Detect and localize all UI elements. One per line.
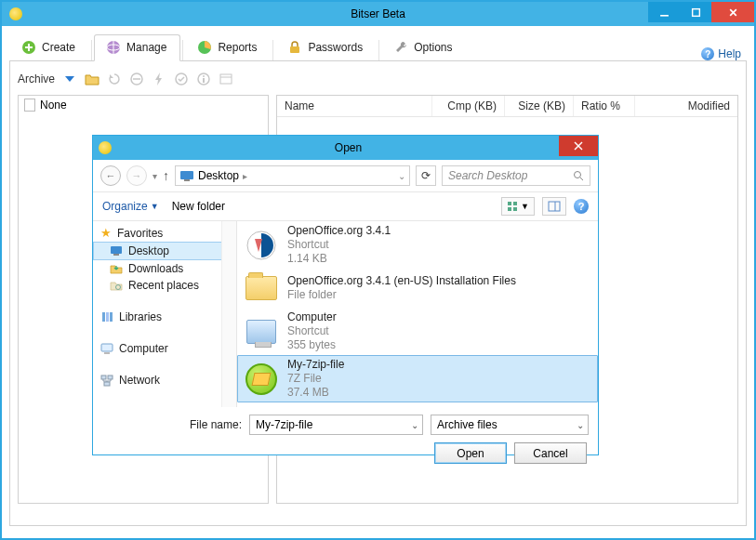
scrollbar[interactable] <box>221 221 236 407</box>
check-icon[interactable] <box>174 72 189 86</box>
item-type: Shortcut <box>287 238 391 252</box>
dropdown-icon[interactable] <box>62 72 77 86</box>
svg-rect-36 <box>106 312 109 322</box>
tab-reports[interactable]: Reports <box>185 34 271 61</box>
reload-icon[interactable] <box>107 72 122 86</box>
list-item[interactable]: OpenOffice.org 3.4.1Shortcut1.14 KB <box>237 221 598 269</box>
nav-network[interactable]: Network <box>93 372 236 389</box>
nav-computer[interactable]: Computer <box>93 340 236 357</box>
svg-rect-11 <box>290 46 299 53</box>
open-dialog: Open ← → ▾ ↑ Desktop ▸ ⌄ ⟳ Search Deskto… <box>92 135 599 455</box>
up-button[interactable]: ↑ <box>163 168 169 183</box>
svg-rect-41 <box>108 375 113 379</box>
tree-root-label: None <box>40 99 67 112</box>
column-headers[interactable]: Name Cmp (KB) Size (KB) Ratio % Modified <box>277 96 737 117</box>
tab-label: Passwords <box>308 41 363 54</box>
desktop-icon <box>179 169 194 182</box>
globe-icon <box>106 40 121 55</box>
item-name: OpenOffice.org 3.4.1 (en-US) Installatio… <box>287 274 516 288</box>
svg-rect-1 <box>692 8 699 16</box>
nav-pane[interactable]: ★Favorites Desktop Downloads Recent plac… <box>93 221 237 407</box>
info-icon[interactable] <box>196 72 211 86</box>
nav-downloads[interactable]: Downloads <box>93 260 236 277</box>
chevron-right-icon[interactable]: ▸ <box>243 171 247 181</box>
tab-bar: Create Manage Reports Passwords Options <box>9 32 747 61</box>
desktop-icon <box>110 245 123 257</box>
filter-select[interactable]: Archive files⌄ <box>431 415 589 435</box>
cancel-button[interactable]: Cancel <box>514 442 587 464</box>
computer-icon <box>100 343 113 355</box>
item-size: 37.4 MB <box>287 386 344 400</box>
stop-icon[interactable] <box>129 72 144 86</box>
svg-rect-28 <box>508 207 511 211</box>
list-item-selected[interactable]: My-7zip-file7Z File37.4 MB <box>237 355 598 402</box>
breadcrumb-segment[interactable]: Desktop <box>198 169 239 182</box>
window-icon[interactable] <box>219 72 233 86</box>
search-icon <box>573 170 584 181</box>
dialog-title: Open <box>99 141 598 154</box>
dialog-help-icon[interactable]: ? <box>574 199 589 214</box>
nav-desktop[interactable]: Desktop <box>93 242 236 260</box>
item-name: My-7zip-file <box>287 358 344 372</box>
svg-rect-38 <box>101 344 113 351</box>
svg-rect-17 <box>203 78 205 83</box>
tab-passwords[interactable]: Passwords <box>275 34 377 61</box>
nav-recent[interactable]: Recent places <box>93 277 236 294</box>
help-link[interactable]: ? Help <box>701 47 747 60</box>
view-mode-button[interactable]: ▼ <box>501 197 535 216</box>
network-icon <box>100 375 113 387</box>
svg-rect-18 <box>220 74 232 84</box>
computer-icon <box>245 315 278 349</box>
col-size[interactable]: Size (KB) <box>505 96 574 116</box>
close-button[interactable] <box>711 2 754 22</box>
folder-icon <box>245 271 278 305</box>
svg-rect-32 <box>111 246 122 254</box>
col-cmp[interactable]: Cmp (KB) <box>432 96 505 116</box>
dialog-close-button[interactable] <box>559 136 598 156</box>
col-ratio[interactable]: Ratio % <box>574 96 635 116</box>
tab-options[interactable]: Options <box>381 34 466 61</box>
list-item[interactable]: ComputerShortcut355 bytes <box>237 308 598 355</box>
flash-icon[interactable] <box>152 72 166 86</box>
svg-rect-40 <box>101 375 106 379</box>
breadcrumb-dropdown[interactable]: ⌄ <box>398 171 405 181</box>
nav-libraries[interactable]: Libraries <box>93 309 236 325</box>
refresh-button[interactable]: ⟳ <box>416 165 436 186</box>
open-folder-icon[interactable] <box>85 72 99 86</box>
svg-rect-26 <box>508 202 511 205</box>
search-input[interactable]: Search Desktop <box>442 165 590 186</box>
history-dropdown[interactable]: ▾ <box>153 171 157 181</box>
file-list[interactable]: OpenOffice.org 3.4.1Shortcut1.14 KB Open… <box>237 221 598 407</box>
list-item[interactable]: OpenOffice.org 3.4.1 (en-US) Installatio… <box>237 269 598 308</box>
col-name[interactable]: Name <box>277 96 432 116</box>
col-modified[interactable]: Modified <box>635 96 737 116</box>
dialog-nav: ← → ▾ ↑ Desktop ▸ ⌄ ⟳ Search Desktop <box>93 160 598 192</box>
preview-pane-button[interactable] <box>542 197 566 216</box>
maximize-button[interactable] <box>680 2 711 22</box>
plus-circle-icon <box>21 40 36 55</box>
svg-rect-42 <box>104 382 110 386</box>
tab-label: Create <box>42 41 75 54</box>
titlebar[interactable]: Bitser Beta <box>2 2 754 26</box>
dialog-toolbar: Organize ▼ New folder ▼ ? <box>93 192 598 221</box>
item-type: File folder <box>287 288 516 302</box>
forward-button[interactable]: → <box>126 165 147 186</box>
tab-manage[interactable]: Manage <box>94 34 180 61</box>
tree-root[interactable]: None <box>19 96 268 114</box>
window-title: Bitser Beta <box>2 7 754 20</box>
tab-label: Reports <box>218 41 257 54</box>
nav-favorites[interactable]: ★Favorites <box>93 224 236 242</box>
minimize-button[interactable] <box>648 2 680 22</box>
filename-input[interactable]: My-7zip-file⌄ <box>249 415 423 435</box>
help-icon: ? <box>701 47 714 60</box>
organize-menu[interactable]: Organize ▼ <box>102 200 159 213</box>
back-button[interactable]: ← <box>100 165 121 186</box>
tab-create[interactable]: Create <box>9 34 89 61</box>
dialog-titlebar[interactable]: Open <box>93 136 598 160</box>
breadcrumb[interactable]: Desktop ▸ ⌄ <box>175 165 410 186</box>
recent-icon <box>110 280 123 291</box>
open-button[interactable]: Open <box>434 442 507 464</box>
new-folder-button[interactable]: New folder <box>172 200 225 213</box>
filename-label: File name: <box>102 418 242 431</box>
item-size: 355 bytes <box>287 338 337 352</box>
